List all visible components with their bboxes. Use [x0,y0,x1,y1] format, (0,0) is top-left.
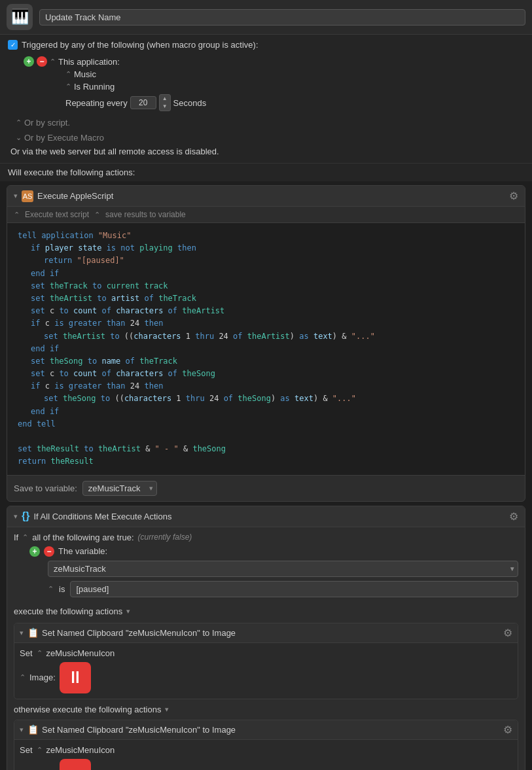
is-arrow[interactable]: ⌃ [48,585,54,593]
is-value-input[interactable] [70,581,518,597]
or-by-execute-macro-label[interactable]: Or by Execute Macro [24,131,104,144]
music-set-label: Set [20,745,33,755]
music-image-row: ⌃ Image: ♪ [20,759,512,770]
save-to-label: Save to variable: [14,483,77,493]
the-variable-condition-row: + − The variable: [29,546,518,557]
pause-set-label: Set [20,648,33,658]
save-results-arrow[interactable]: ⌃ [94,211,100,219]
applescript-title: Execute AppleScript [37,191,505,201]
otherwise-chevron-icon: ▾ [165,705,169,714]
header: 🎹 [0,0,532,35]
music-sub-body: Set ⌃ zeMusicMenuIcon ⌃ Image: ♪ [14,740,518,770]
execute-text-arrow[interactable]: ⌃ [14,211,20,219]
is-running-row: ⌃ Is Running [65,80,524,93]
repeating-row: Repeating every ▲ ▼ Seconds [65,93,524,113]
this-application-label: This application: [58,57,120,67]
is-running-arrow[interactable]: ⌃ [65,82,71,91]
execute-macro-collapse[interactable]: ⌄ [16,133,22,142]
execute-text-script-label[interactable]: Execute text script [25,210,89,219]
pause-image-label: Image: [29,673,56,682]
trigger-checkbox[interactable]: ✓ [8,40,18,50]
applescript-gear-btn[interactable]: ⚙ [509,190,518,202]
pause-image-row: ⌃ Image: ⏸ [20,662,512,693]
if-label: If [14,533,18,542]
music-sub-action-header: ▾ 📋 Set Named Clipboard "zeMusicMenuIcon… [14,720,518,740]
music-set-arrow[interactable]: ⌃ [37,746,43,754]
pause-set-row: Set ⌃ zeMusicMenuIcon [20,648,512,658]
pause-sub-gear-btn[interactable]: ⚙ [503,627,512,639]
applescript-header: ▾ AS Execute AppleScript ⚙ [7,186,525,207]
app-name-arrow[interactable]: ⌃ [65,70,71,79]
music-sub-title: Set Named Clipboard "zeMusicMenuIcon" to… [42,725,500,735]
pause-image-arrow[interactable]: ⌃ [20,673,26,682]
save-to-select-wrapper: zeMusicTrack [82,481,157,496]
music-image-thumbnail[interactable]: ♪ [60,759,91,770]
or-via-web-label: Or via the web server but all remote acc… [10,147,219,156]
save-to-select[interactable]: zeMusicTrack [82,481,157,496]
pause-sub-body: Set ⌃ zeMusicMenuIcon ⌃ Image: ⏸ [14,643,518,699]
app-icon: 🎹 [7,4,33,30]
execute-chevron-icon: ▾ [126,607,130,616]
if-all-conditions-card: ▾ {} If All Conditions Met Execute Actio… [7,506,525,770]
if-conditions-gear-btn[interactable]: ⚙ [509,510,518,523]
music-set-target: zeMusicMenuIcon [46,745,115,755]
stepper-arrows: ▲ ▼ [159,94,171,111]
remove-condition-button[interactable]: − [44,546,54,557]
pause-set-arrow[interactable]: ⌃ [37,649,43,657]
music-set-row: Set ⌃ zeMusicMenuIcon [20,745,512,755]
pause-image-thumbnail[interactable]: ⏸ [60,662,91,693]
this-application-row: + − ⌃ This application: [24,55,524,68]
repeating-unit: Seconds [173,98,207,108]
is-label: is [59,584,65,594]
is-condition-row: ⌃ is [48,581,518,597]
save-results-label[interactable]: save results to variable [105,210,186,219]
trigger-section: ✓ Triggered by any of the following (whe… [0,35,532,164]
currently-false-label: (currently false) [138,533,192,542]
trigger-label: Triggered by any of the following (when … [22,40,258,50]
execute-actions-row[interactable]: execute the following actions ▾ [14,603,518,620]
pause-sub-collapse-btn[interactable]: ▾ [20,629,24,637]
pause-sub-action-header: ▾ 📋 Set Named Clipboard "zeMusicMenuIcon… [14,623,518,643]
script-collapse[interactable]: ⌃ [16,118,22,127]
music-sub-action-card: ▾ 📋 Set Named Clipboard "zeMusicMenuIcon… [14,720,518,770]
macro-title-input[interactable] [39,9,525,26]
or-via-web-row: Or via the web server but all remote acc… [10,145,524,158]
applescript-icon: AS [22,190,33,202]
variable-name-select[interactable]: zeMusicTrack [48,561,518,577]
code-editor[interactable]: tell application "Music" if player state… [7,223,525,475]
all-arrow[interactable]: ⌃ [22,533,28,542]
curly-brace-icon: {} [22,510,29,522]
stepper-up[interactable]: ▲ [160,95,170,103]
add-condition-button[interactable]: + [29,546,40,557]
music-sub-collapse-btn[interactable]: ▾ [20,726,24,734]
clipboard-paste-icon: 📋 [27,627,39,639]
applescript-collapse-btn[interactable]: ▾ [14,192,18,200]
app-name-value: Music [74,69,96,79]
music-clipboard-icon: 📋 [27,724,39,735]
if-conditions-collapse-btn[interactable]: ▾ [14,512,18,521]
if-conditions-header: ▾ {} If All Conditions Met Execute Actio… [7,506,525,527]
if-all-row: If ⌃ all of the following are true: (cur… [14,533,518,542]
the-variable-label: The variable: [58,546,107,556]
pause-sub-title: Set Named Clipboard "zeMusicMenuIcon" to… [42,628,500,638]
stepper-down[interactable]: ▼ [160,103,170,111]
app-name-row: ⌃ Music [65,68,524,80]
or-by-script-row: ⌃ Or by script. [16,115,524,130]
pause-sub-action-card: ▾ 📋 Set Named Clipboard "zeMusicMenuIcon… [14,623,518,699]
or-by-execute-macro-row: ⌄ Or by Execute Macro [16,130,524,145]
otherwise-actions-row[interactable]: otherwise execute the following actions … [14,702,518,717]
pause-set-target: zeMusicMenuIcon [46,648,115,658]
repeating-value-input[interactable] [130,96,156,109]
all-label: all of the following are true: [32,533,133,542]
trigger-header: ✓ Triggered by any of the following (whe… [8,40,524,50]
app-trigger-collapse[interactable]: ⌃ [50,58,56,66]
add-trigger-button[interactable]: + [24,56,34,67]
variable-select-wrapper: zeMusicTrack ▾ [48,561,518,577]
variable-name-row: zeMusicTrack ▾ [48,561,518,577]
execute-actions-label: execute the following actions [14,606,122,616]
script-toolbar: ⌃ Execute text script ⌃ save results to … [7,207,525,223]
or-by-script-label[interactable]: Or by script. [24,116,70,129]
music-sub-gear-btn[interactable]: ⚙ [503,724,512,736]
will-execute-label: Will execute the following actions: [0,164,532,180]
remove-trigger-button[interactable]: − [37,56,47,67]
